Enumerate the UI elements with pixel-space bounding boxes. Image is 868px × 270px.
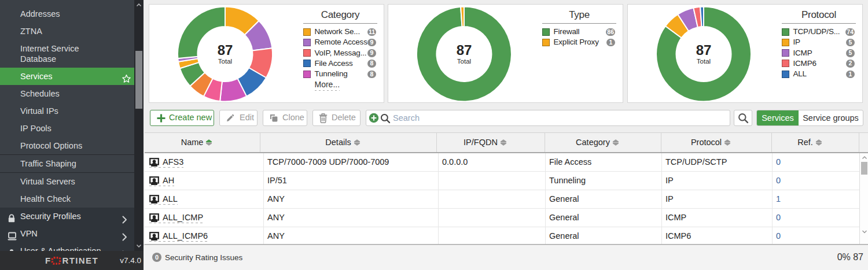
svg-text:RTINET: RTINET (62, 256, 99, 265)
svg-text:F: F (45, 256, 50, 265)
